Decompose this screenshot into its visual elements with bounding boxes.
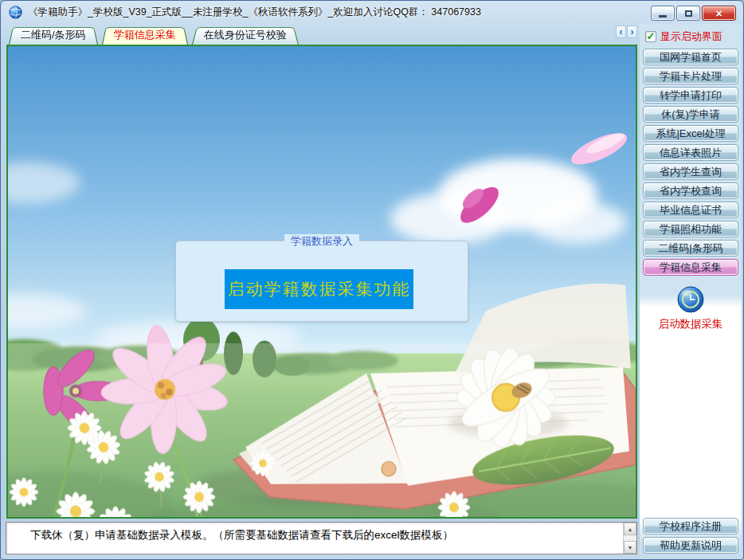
sidebar-item-excel-processing[interactable]: 系统|Excel处理 (643, 125, 738, 142)
tab-info-collection[interactable]: 学籍信息采集 (102, 25, 188, 45)
close-icon: × (715, 8, 722, 19)
sidebar-item-transfer-print[interactable]: 转学申请打印 (643, 87, 738, 104)
tab-label: 二维码/条形码 (21, 28, 86, 42)
launcher-label: 启动数据采集 (659, 317, 723, 331)
main-canvas: 学籍数据录入 启动学籍数据采集功能 (6, 45, 637, 519)
show-startup-checkbox[interactable]: ✓ 显示启动界面 (645, 29, 739, 44)
school-register-button[interactable]: 学校程序注册 (643, 518, 738, 535)
scroll-up-icon[interactable]: ▲ (624, 523, 636, 535)
left-column: 二维码/条形码 学籍信息采集 在线身份证号校验 ‹ › (2, 24, 640, 560)
sidebar-bottom-buttons: 学校程序注册 帮助更新说明 (642, 518, 739, 556)
status-scrollbar[interactable]: ▲ ▼ (623, 523, 636, 554)
sidebar: ✓ 显示启动界面 国网学籍首页 学籍卡片处理 转学申请打印 休(复)学申请 系统… (640, 24, 742, 560)
sidebar-item-info-photos[interactable]: 信息详表照片 (643, 144, 738, 161)
window-title: 《学籍助手》_学校版_V39_正式版__未注册学校_《秋语软件系列》_欢迎加入讨… (28, 6, 481, 19)
sidebar-item-card-processing[interactable]: 学籍卡片处理 (643, 68, 738, 84)
groupbox-title: 学籍数据录入 (284, 234, 359, 249)
sidebar-item-school-query[interactable]: 省内学校查询 (643, 182, 738, 199)
checkbox-label: 显示启动界面 (660, 29, 722, 44)
status-bar: 下载休（复）申请基础数据录入模板。（所需要基础数据请查看下载后的excel数据模… (6, 522, 637, 554)
tab-label: 学籍信息采集 (114, 28, 176, 42)
scroll-down-icon[interactable]: ▼ (624, 541, 636, 554)
minimize-button[interactable] (651, 6, 675, 21)
tab-scroll-left-icon[interactable]: ‹ (616, 25, 626, 38)
sidebar-item-leave-application[interactable]: 休(复)学申请 (643, 106, 738, 123)
content-area: 二维码/条形码 学籍信息采集 在线身份证号校验 ‹ › (1, 24, 743, 560)
data-entry-groupbox: 学籍数据录入 启动学籍数据采集功能 (175, 241, 468, 322)
sidebar-item-student-query[interactable]: 省内学生查询 (643, 163, 738, 180)
maximize-icon (685, 10, 692, 17)
help-update-button[interactable]: 帮助更新说明 (643, 537, 738, 554)
tab-qrcode-barcode[interactable]: 二维码/条形码 (9, 25, 98, 45)
tab-label: 在线身份证号校验 (204, 28, 287, 42)
check-icon: ✓ (647, 31, 656, 41)
titlebar[interactable]: 《学籍助手》_学校版_V39_正式版__未注册学校_《秋语软件系列》_欢迎加入讨… (1, 1, 743, 24)
close-button[interactable]: × (702, 6, 736, 21)
sidebar-item-graduation-cert[interactable]: 毕业信息证书 (643, 202, 738, 218)
status-message[interactable]: 下载休（复）申请基础数据录入模板。（所需要基础数据请查看下载后的excel数据模… (6, 523, 623, 554)
sidebar-item-national-homepage[interactable]: 国网学籍首页 (643, 49, 738, 65)
checkbox-box: ✓ (645, 31, 656, 42)
tab-scroll-right-icon[interactable]: › (627, 25, 637, 38)
maximize-button[interactable] (676, 6, 700, 21)
sidebar-item-info-collection[interactable]: 学籍信息采集 (643, 259, 738, 276)
app-window: 《学籍助手》_学校版_V39_正式版__未注册学校_《秋语软件系列》_欢迎加入讨… (0, 0, 744, 560)
tab-scrollers: ‹ › (616, 25, 637, 38)
minimize-icon (659, 15, 667, 18)
start-collection-launcher[interactable]: 启动数据采集 (642, 285, 739, 331)
start-collection-button[interactable]: 启动学籍数据采集功能 (225, 269, 413, 309)
tab-id-verification[interactable]: 在线身份证号校验 (192, 25, 299, 45)
app-globe-icon (9, 6, 22, 19)
sidebar-item-photo-function[interactable]: 学籍照相功能 (643, 221, 738, 237)
sidebar-spacer (642, 331, 739, 518)
tab-bar: 二维码/条形码 学籍信息采集 在线身份证号校验 ‹ › (2, 24, 640, 45)
clock-launcher-icon (676, 285, 705, 314)
sidebar-item-qrcode-barcode[interactable]: 二维码|条形码 (643, 240, 738, 257)
